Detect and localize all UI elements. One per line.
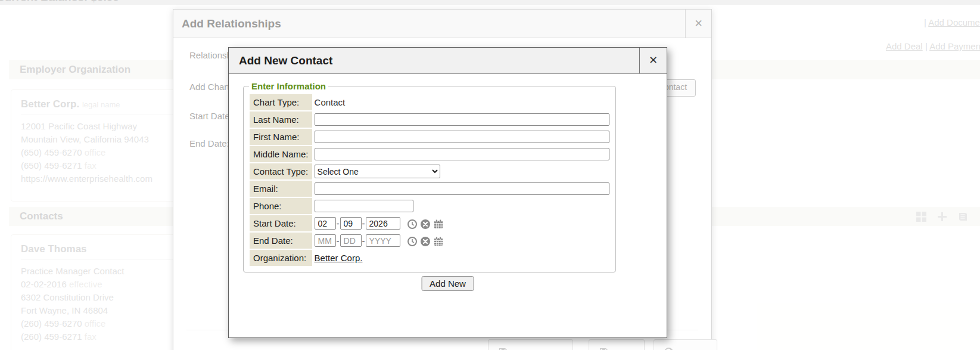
contact-type-label: Contact Type: — [250, 163, 312, 179]
organization-link[interactable]: Better Corp. — [315, 253, 363, 263]
clock-icon[interactable] — [407, 219, 418, 230]
phone-row: Phone: — [250, 198, 609, 214]
end-month-input[interactable] — [315, 234, 336, 247]
contact-type-row: Contact Type: Select One — [250, 163, 609, 179]
calendar-icon[interactable] — [433, 236, 444, 247]
email-label: Email: — [250, 181, 312, 197]
email-row: Email: — [250, 181, 609, 197]
start-year-input[interactable] — [366, 217, 400, 230]
middle-name-input[interactable] — [315, 148, 609, 160]
chart-type-label: Chart Type: — [250, 94, 312, 110]
first-name-input[interactable] — [315, 131, 609, 143]
chart-type-row: Chart Type: Contact — [250, 94, 609, 110]
last-name-row: Last Name: — [250, 111, 609, 128]
clear-date-icon[interactable] — [420, 219, 431, 230]
start-day-input[interactable] — [340, 217, 362, 230]
organization-row: Organization: Better Corp. — [250, 250, 609, 266]
last-name-label: Last Name: — [250, 111, 312, 128]
end-date-label: End Date: — [250, 233, 312, 249]
fieldset-legend: Enter Information — [249, 81, 328, 91]
end-day-input[interactable] — [340, 234, 362, 247]
contact-type-select[interactable]: Select One — [315, 165, 440, 178]
start-month-input[interactable] — [315, 217, 336, 230]
middle-name-row: Middle Name: — [250, 146, 609, 162]
start-date-row: Start Date: -- — [250, 215, 609, 231]
add-new-contact-modal: Add New Contact ✕ Enter Information Char… — [228, 47, 667, 338]
first-name-row: First Name: — [250, 129, 609, 145]
clear-date-icon[interactable] — [420, 236, 431, 247]
first-name-label: First Name: — [250, 129, 312, 145]
chart-type-value: Contact — [315, 97, 346, 107]
close-icon[interactable]: ✕ — [639, 48, 667, 73]
middle-name-label: Middle Name: — [250, 146, 312, 162]
contact-form-table: Chart Type: Contact Last Name: First Nam… — [248, 93, 611, 267]
last-name-input[interactable] — [315, 113, 609, 126]
organization-label: Organization: — [250, 250, 312, 266]
phone-field[interactable] — [315, 200, 413, 212]
enter-information-fieldset: Enter Information Chart Type: Contact La… — [243, 81, 616, 272]
add-new-button[interactable]: Add New — [421, 276, 474, 291]
end-date-row: End Date: -- — [250, 233, 609, 249]
end-year-input[interactable] — [366, 234, 400, 247]
start-date-label: Start Date: — [250, 215, 312, 231]
email-field[interactable] — [315, 182, 609, 195]
add-new-contact-title: Add New Contact — [229, 48, 332, 73]
calendar-icon[interactable] — [433, 219, 444, 230]
clock-icon[interactable] — [407, 236, 418, 247]
phone-label: Phone: — [250, 198, 312, 214]
